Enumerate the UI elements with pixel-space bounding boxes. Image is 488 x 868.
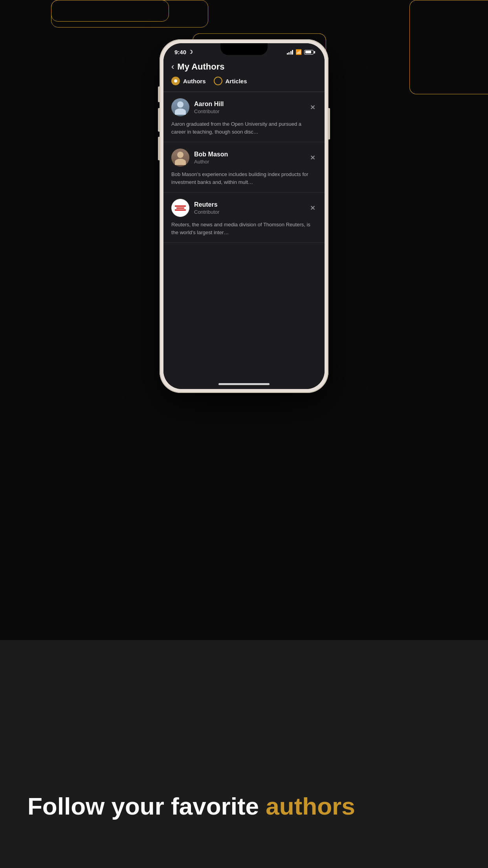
power-button [328, 108, 330, 139]
author-info-reuters: Reuters Contributor [171, 199, 219, 217]
remove-author-aaron-button[interactable]: ✕ [308, 102, 317, 113]
avatar-aaron [171, 98, 189, 116]
author-info-aaron: Aaron Hill Contributor [171, 98, 224, 116]
author-card-aaron[interactable]: Aaron Hill Contributor ✕ Aaron graduated… [163, 92, 325, 142]
wifi-icon: 📶 [295, 49, 302, 55]
home-indicator [218, 383, 270, 385]
author-name-reuters: Reuters [194, 201, 219, 208]
author-description-aaron: Aaron graduated from the Open University… [171, 120, 317, 136]
volume-up-button [158, 108, 160, 132]
author-name-aaron: Aaron Hill [194, 101, 224, 108]
avatar-bob [171, 149, 189, 167]
volume-down-button [158, 137, 160, 160]
tab-authors-dot [171, 77, 180, 85]
avatar-reuters [171, 199, 189, 217]
tagline: Follow your favorite authors [28, 792, 355, 821]
tab-articles-dot [214, 77, 222, 85]
mute-button [158, 86, 160, 102]
phone-mockup: 9:40 ☽ 📶 [160, 39, 328, 393]
tagline-highlight: authors [266, 793, 355, 820]
status-icons: 📶 [287, 49, 314, 55]
author-role-reuters: Contributor [194, 209, 219, 215]
tab-articles-label: Articles [226, 78, 247, 84]
author-role-aaron: Contributor [194, 108, 224, 114]
author-card-bob[interactable]: Bob Mason Author ✕ Bob Mason's experienc… [163, 142, 325, 193]
tab-articles[interactable]: Articles [214, 77, 247, 85]
author-info-bob: Bob Mason Author [171, 149, 228, 167]
author-description-bob: Bob Mason's experience includes building… [171, 171, 317, 186]
phone-notch [220, 43, 268, 55]
tab-authors[interactable]: Authors [171, 77, 206, 85]
bottom-section: Follow your favorite authors [0, 640, 488, 868]
author-role-bob: Author [194, 159, 228, 165]
back-button[interactable]: ‹ [171, 62, 174, 72]
author-name-bob: Bob Mason [194, 151, 228, 158]
author-description-reuters: Reuters, the news and media division of … [171, 221, 317, 236]
page-title: My Authors [177, 62, 224, 72]
tagline-part1: Follow your favorite [28, 793, 266, 820]
tabs-container: Authors Articles [163, 77, 325, 92]
remove-author-bob-button[interactable]: ✕ [308, 152, 317, 163]
moon-icon: ☽ [188, 49, 193, 55]
battery-icon [304, 50, 314, 55]
author-card-reuters[interactable]: Reuters Contributor ✕ Reuters, the news … [163, 193, 325, 243]
signal-icon [287, 50, 294, 55]
page-header: ‹ My Authors [163, 59, 325, 77]
status-time: 9:40 ☽ [174, 49, 193, 55]
tab-authors-label: Authors [183, 78, 206, 84]
remove-author-reuters-button[interactable]: ✕ [308, 203, 317, 213]
